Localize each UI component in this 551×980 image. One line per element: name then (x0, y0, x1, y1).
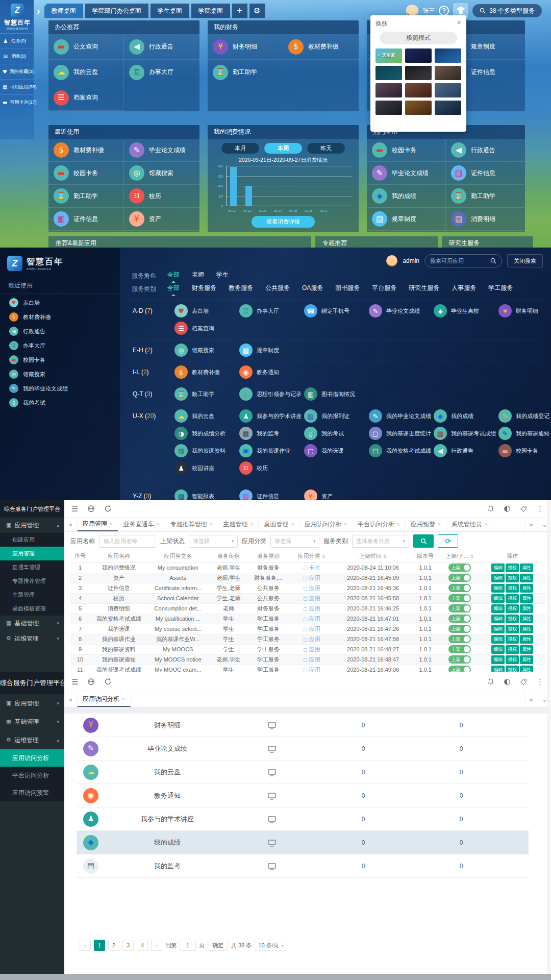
globe-icon[interactable] (87, 505, 95, 512)
sidebar-item[interactable]: ▦可用应用(38) (0, 80, 34, 95)
scrollbar[interactable] (547, 500, 551, 672)
app-item[interactable]: ☰档案查询 (174, 320, 239, 337)
category-option[interactable]: 学工服务 (488, 284, 513, 294)
submenu-item[interactable]: 应用管理 (0, 547, 64, 560)
service-search-pill[interactable]: 38 个多类型服务 (472, 4, 542, 17)
skin-thumbnail[interactable] (405, 101, 432, 115)
app-tile[interactable]: ▤消费明细 (446, 208, 525, 231)
op-button[interactable]: 授权 (506, 645, 519, 654)
class-link[interactable]: ▢ 应用 (303, 636, 320, 642)
tabs-scroll-right[interactable]: » (524, 692, 538, 707)
app-tile[interactable]: ◀行政通告 (446, 139, 525, 162)
op-button[interactable]: 属性 (520, 625, 533, 633)
app-item[interactable]: 31校历 (239, 459, 304, 477)
op-button[interactable]: 授权 (506, 604, 519, 613)
class-link[interactable]: ▢ 应用 (303, 575, 320, 581)
skin-thumbnail[interactable] (435, 83, 461, 97)
menu-item[interactable]: ▣应用管理▾ (0, 694, 64, 713)
role-option[interactable]: 老师 (192, 271, 204, 281)
class-link[interactable]: ▢ 应用 (303, 595, 320, 601)
app-item[interactable]: ▣我的慕课作业 (239, 442, 304, 459)
role-option[interactable]: 学生 (216, 271, 229, 281)
admin-tab[interactable]: 专题推荐管理× (165, 518, 218, 531)
scrollbar[interactable] (547, 672, 551, 974)
submenu-item[interactable]: 应用访问分析 (0, 749, 64, 767)
app-item[interactable]: ▢我的选课 (304, 442, 369, 459)
bell-icon[interactable] (487, 678, 494, 685)
publish-toggle[interactable]: 上架 (448, 574, 471, 582)
globe-icon[interactable] (87, 678, 95, 685)
recent-app-item[interactable]: ◎馆藏搜索 (0, 367, 120, 381)
menu-item[interactable]: ▦基础管理▾ (0, 713, 64, 731)
admin-tab[interactable]: 业务直通车× (118, 518, 165, 531)
menu-item[interactable]: ⚙运维管理▴ (0, 731, 64, 749)
app-item[interactable]: ✎我的成绩登记 (498, 407, 551, 425)
app-item[interactable]: ▥证件信息 (239, 487, 304, 500)
sort-icon[interactable]: ⇅ (383, 554, 387, 559)
kebab-menu-icon[interactable]: ⋮ (536, 677, 544, 687)
close-icon[interactable]: × (438, 522, 441, 527)
refresh-button[interactable]: ⟳ (438, 534, 458, 548)
op-button[interactable]: 属性 (520, 655, 533, 664)
category-option[interactable]: 平台服务 (372, 284, 396, 294)
op-button[interactable]: 编辑 (491, 584, 505, 593)
app-item[interactable]: ☎绑定手机号 (304, 302, 369, 320)
submenu-item[interactable]: 应用访问预警 (0, 784, 64, 801)
consumption-tab[interactable]: 本周 (264, 143, 302, 154)
publish-toggle[interactable]: 上架 (448, 666, 471, 672)
op-button[interactable]: 编辑 (491, 655, 505, 664)
app-item[interactable]: ▥智能报表 (174, 487, 239, 500)
sidebar-item[interactable]: ♥我的收藏(2) (0, 64, 34, 80)
recent-app-item[interactable]: ◀行政通告 (0, 324, 120, 338)
skin-thumbnail[interactable] (435, 48, 461, 63)
publish-toggle[interactable]: 上架 (448, 635, 471, 643)
class-select[interactable]: 请选择▾ (270, 535, 319, 548)
class-link[interactable]: ▢ 应用 (303, 616, 320, 622)
theme-icon[interactable] (504, 678, 511, 685)
menu-toggle-icon[interactable]: ☰ (71, 504, 78, 513)
admin-tab[interactable]: 应用访问分析× (299, 518, 353, 531)
confirm-button[interactable]: 确定 (208, 940, 228, 951)
admin-tab[interactable]: 平台访问分析× (353, 518, 406, 531)
recent-app-item[interactable]: ♖办事大厅 (0, 338, 120, 353)
kebab-menu-icon[interactable]: ⋮ (536, 504, 544, 513)
close-icon[interactable]: × (122, 696, 125, 702)
service-select[interactable]: 选择服务分类▾ (352, 535, 409, 548)
app-item[interactable]: ◈毕业生离校 (434, 302, 498, 320)
page-number[interactable]: 3 (122, 940, 134, 951)
submenu-item[interactable]: 主题管理 (0, 588, 64, 602)
publish-toggle[interactable]: 上架 (448, 604, 471, 612)
analysis-row[interactable]: ◆我的成绩00 (77, 831, 529, 854)
app-tile[interactable]: ¥财务明细 (208, 34, 283, 60)
add-desktop-button[interactable]: + (232, 4, 247, 18)
analysis-row[interactable]: ✎毕业论文成绩00 (77, 737, 529, 761)
app-item[interactable]: ▥我的慕课考试成绩 (434, 425, 498, 442)
analysis-row[interactable]: ▤我的监考00 (77, 854, 529, 878)
refresh-icon[interactable] (104, 678, 112, 685)
app-tile[interactable]: ✎毕业论文成绩 (367, 162, 446, 185)
app-tile[interactable]: ⌛勤工助学 (446, 185, 525, 208)
app-tile[interactable]: ▥证件信息 (48, 208, 124, 231)
app-tile[interactable]: ¥资产 (124, 208, 199, 231)
close-icon[interactable]: × (110, 521, 113, 527)
sidebar-item[interactable]: ♟任务(0) (0, 34, 34, 49)
page-number[interactable]: 1 (94, 940, 105, 951)
app-item[interactable]: $教材费补缴 (174, 363, 239, 381)
app-tile[interactable]: ▬校园卡务 (367, 139, 446, 162)
role-option[interactable]: 全部 (167, 271, 180, 281)
simple-mode-button[interactable]: 极简模式 (380, 32, 457, 44)
op-button[interactable]: 属性 (520, 615, 533, 623)
close-icon[interactable]: × (457, 19, 461, 28)
app-item[interactable]: ☁我的云盘 (174, 407, 239, 425)
category-option[interactable]: 教务服务 (229, 284, 253, 294)
class-link[interactable]: ▢ 应用 (303, 667, 320, 672)
recent-app-item[interactable]: ▯我的考试 (0, 396, 120, 410)
expand-arrow-icon[interactable]: › (37, 4, 40, 18)
publish-toggle[interactable]: 上架 (448, 564, 471, 572)
op-button[interactable]: 编辑 (491, 625, 505, 633)
theme-icon[interactable] (504, 505, 511, 512)
op-button[interactable]: 授权 (506, 564, 519, 572)
op-button[interactable]: 授权 (506, 584, 519, 593)
op-button[interactable]: 编辑 (491, 615, 505, 623)
tabs-scroll-right[interactable]: » (524, 518, 538, 531)
